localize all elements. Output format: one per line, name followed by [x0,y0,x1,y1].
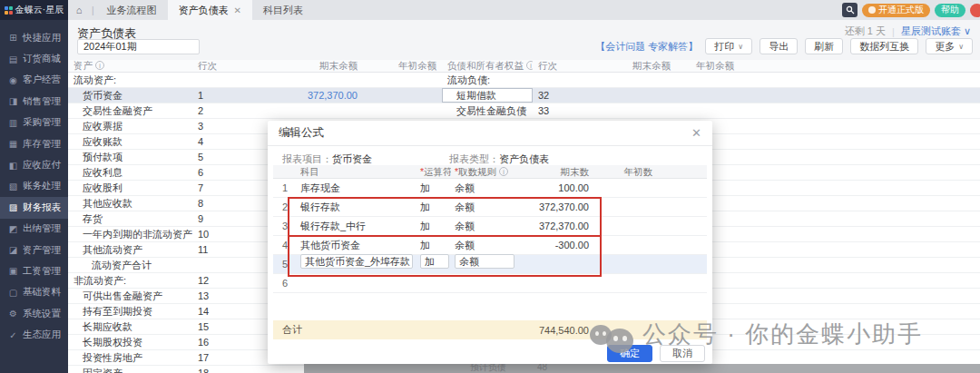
rule-input[interactable]: 余额 [455,254,514,269]
tab-close-icon[interactable]: ✕ [234,5,241,15]
liability-row-number: 32 [533,88,599,103]
report-type-field: 报表类型：资产负债表 [449,152,549,166]
table-row: 货币资金1372,370.00短期借款32 [68,88,980,103]
tab-科目列表[interactable]: 科目列表 [252,0,314,20]
toolbar-button-刷新[interactable]: 刷新 [805,38,843,54]
rule-cell[interactable]: 余额 [451,217,516,235]
close-icon[interactable]: ✕ [691,126,701,140]
sidebar-item-快捷应用[interactable]: ⊞快捷应用 [0,27,68,48]
sidebar-item-label: 资产管理 [23,244,61,257]
operator-cell[interactable]: 加 [416,198,451,216]
operator-cell[interactable]: 加 [416,254,451,274]
confirm-button[interactable]: 确定 [607,345,652,362]
sidebar-item-生态应用[interactable]: ✓生态应用 [0,324,68,345]
ending-amount-cell: -300.00 [516,236,593,254]
sidebar-item-采购管理[interactable]: ▥采购管理 [0,113,68,133]
sidebar-item-财务报表[interactable]: ▨财务报表 [0,197,68,218]
info-icon[interactable]: i [526,61,533,70]
toolbar-button-label: 导出 [769,40,789,54]
formula-row: 3银行存款_中行加余额372,370.00 [273,217,707,236]
subject-cell[interactable]: 库存现金 [297,179,416,197]
operator-cell[interactable]: 加 [416,179,451,197]
rule-cell[interactable]: 余额 [451,254,516,274]
operator-cell[interactable]: 加 [416,236,451,254]
home-icon[interactable]: ⌂ [68,5,90,15]
sidebar-item-基础资料[interactable]: ▢基础资料 [0,282,68,303]
asset-item-label: 预付款项 [68,150,192,164]
sidebar-item-label: 应收应付 [23,159,61,172]
period-selector[interactable]: 2024年01期 [77,39,200,54]
cancel-button[interactable]: 取消 [660,345,705,362]
operator-cell[interactable]: 加 [416,217,451,235]
col-rule-label: 取数规则 [458,166,496,177]
toolbar-button-数据列互换[interactable]: 数据列互换 [850,38,918,54]
rule-cell[interactable]: 余额 [451,179,516,197]
sidebar-item-订货商城[interactable]: ▤订货商城 [0,48,68,69]
formula-row: 5其他货币资金_外埠存款加余额 [273,255,707,274]
asset-row-number: 3 [192,119,259,133]
basedata-icon: ▢ [8,288,18,298]
payroll-icon: ▣ [8,266,18,276]
horizontal-scrollbar[interactable]: 预计负债 48 [304,364,980,373]
sidebar-item-客户经营[interactable]: ◉客户经营 [0,70,68,91]
formula-row-number: 3 [273,217,297,235]
sidebar-item-库存管理[interactable]: ▦库存管理 [0,133,68,154]
account-set-dropdown[interactable]: 星辰测试账套 ∨ [901,25,971,38]
help-button[interactable]: 帮助 [935,4,965,17]
asset-ending-balance[interactable]: 372,370.00 [259,88,363,103]
asset-item-label: 持有至到期投资 [68,304,192,319]
purchase-icon: ▥ [8,118,18,128]
sidebar-item-出纳管理[interactable]: ◩出纳管理 [0,219,68,240]
trial-upgrade-button[interactable]: 开通正式版 [862,4,930,17]
sales-icon: ◨ [8,96,18,106]
liability-item-label[interactable]: 短期借款 [442,88,533,103]
info-icon[interactable]: i [95,61,104,70]
info-icon[interactable]: i [499,167,508,176]
rule-cell[interactable]: 余额 [451,236,516,254]
sidebar-item-账务处理[interactable]: ▧账务处理 [0,176,68,197]
subject-cell[interactable]: 其他货币资金 [297,236,416,254]
asset-row-number [192,258,259,272]
column-header-label: 年初余额 [398,60,436,71]
toolbar-button-打印[interactable]: 打印∨ [705,38,752,54]
operator-input[interactable]: 加 [420,254,449,269]
liability-item-label: 交易性金融负债 [442,103,533,118]
ending-amount-cell: 372,370.00 [516,217,593,235]
hidden-row-label: 预计负债 [470,364,506,372]
row-filler [740,319,980,334]
receivable-icon: ◧ [8,161,18,171]
sidebar-item-工资管理[interactable]: ▣工资管理 [0,260,68,281]
sidebar-item-label: 库存管理 [23,138,61,151]
tab-资产负债表[interactable]: 资产负债表✕ [168,0,252,20]
formula-table: 科目*运算符号*取数规则i期末数年初数1库存现金加余额100.002银行存款加余… [273,165,707,293]
expert-help-link[interactable]: 【会计问题 专家解答】 [595,40,698,54]
tab-label: 科目列表 [263,4,303,17]
sidebar-item-销售管理[interactable]: ◨销售管理 [0,91,68,112]
row-filler [740,165,980,180]
column-header-label: 行次 [538,60,557,71]
row-filler [740,181,980,195]
cashier-icon: ◩ [8,224,18,234]
sidebar-item-资产管理[interactable]: ◪资产管理 [0,240,68,260]
subject-cell[interactable]: 其他货币资金_外埠存款 [297,254,416,274]
liability-ending-balance [599,73,676,87]
column-header: 负债和所有者权益i [442,60,533,72]
asset-item-label: 长期应收款 [68,319,192,334]
sidebar-item-应收应付[interactable]: ◧应收应付 [0,154,68,175]
row-filler [740,242,980,257]
liability-initial-balance [676,88,740,103]
table-row: 流动资产:流动负债: [68,73,980,88]
tab-业务流程图[interactable]: 业务流程图 [96,0,168,20]
asset-row-number: 18 [192,366,259,373]
subject-input[interactable]: 其他货币资金_外埠存款 [300,254,413,269]
sidebar-item-label: 财务报表 [23,201,61,214]
rule-cell[interactable]: 余额 [451,198,516,216]
liability-initial-balance [676,73,740,87]
subject-cell[interactable]: 银行存款_中行 [297,217,416,235]
user-avatar[interactable] [970,4,980,17]
search-button[interactable] [842,3,858,17]
subject-cell[interactable]: 银行存款 [297,198,416,216]
sidebar-item-系统设置[interactable]: ⚙系统设置 [0,303,68,324]
toolbar-button-更多[interactable]: 更多∨ [926,38,973,54]
toolbar-button-导出[interactable]: 导出 [760,38,798,54]
